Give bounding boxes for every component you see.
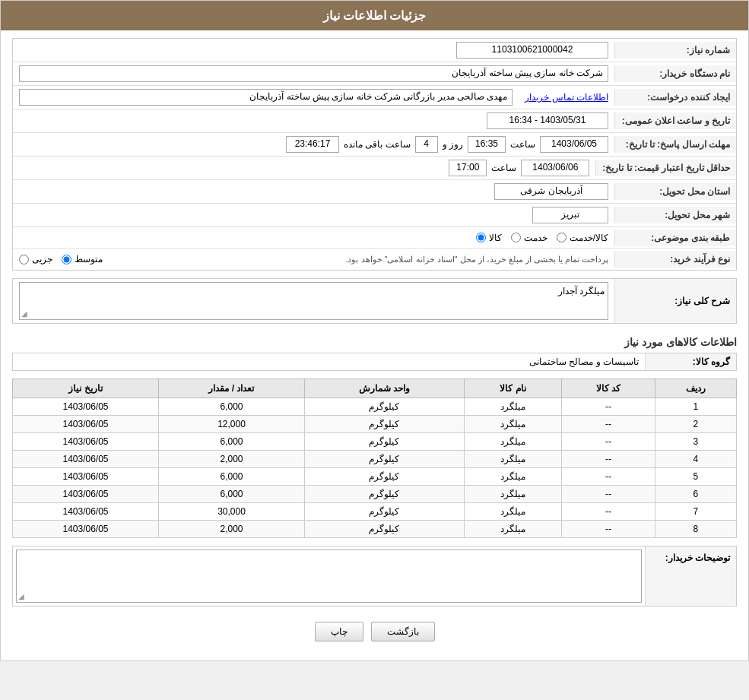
announce-date-label: تاریخ و ساعت اعلان عمومی: [614,112,736,129]
reply-deadline-label: مهلت ارسال پاسخ: تا تاریخ: [614,136,736,153]
table-row: 3 -- میلگرد کیلوگرم 6,000 1403/06/05 [13,433,737,451]
general-description-row: شرح کلی نیاز: میلگرد آجدار ◢ [13,279,736,323]
cell-unit: کیلوگرم [304,433,464,451]
process-radio-group: متوسط جزیی [19,254,103,264]
cell-name: میلگرد [465,451,562,468]
cell-code: -- [561,398,655,416]
cell-date: 1403/06/05 [13,468,159,486]
city-row: شهر محل تحویل: تبریز [13,204,736,227]
province-row: استان محل تحویل: آذربایجان شرقی [13,180,736,204]
cell-name: میلگرد [465,416,562,433]
process-jozi-radio[interactable] [19,255,29,264]
print-button[interactable]: چاپ [315,622,363,641]
cell-code: -- [561,486,655,503]
announce-date-row: تاریخ و ساعت اعلان عمومی: 1403/05/31 - 1… [13,109,736,133]
table-row: 2 -- میلگرد کیلوگرم 12,000 1403/06/05 [13,416,737,433]
cell-name: میلگرد [465,503,562,521]
goods-title: اطلاعات کالاهای مورد نیاز [12,331,737,353]
cell-row: 2 [655,416,736,433]
need-number-input: 1103100621000042 [456,42,608,59]
cell-qty: 2,000 [159,521,305,538]
cell-name: میلگرد [465,398,562,416]
process-option-motavaset[interactable]: متوسط [62,254,103,264]
process-motavaset-radio[interactable] [62,255,71,264]
buyer-notes-section: توضیحات خریدار: ◢ [12,546,737,607]
buyer-org-value: شرکت خانه سازی پیش ساخته آذربایجان [13,62,614,85]
table-row: 4 -- میلگرد کیلوگرم 2,000 1403/06/05 [13,451,737,468]
contact-link[interactable]: اطلاعات تماس خریدار [525,92,608,103]
category-radio-group: کالا/خدمت خدمت کالا [19,233,608,243]
requester-label: ایجاد کننده درخواست: [614,89,736,106]
reply-deadline-value: 1403/06/05 ساعت 16:35 روز و 4 ساعت باقی … [13,133,614,156]
reply-deadline-remaining-label: ساعت باقی مانده [344,139,411,150]
cell-unit: کیلوگرم [304,503,464,521]
cell-date: 1403/06/05 [13,503,159,521]
buyer-notes-textarea[interactable]: ◢ [16,550,642,603]
category-kala-radio[interactable] [476,233,486,242]
category-kala-label: کالا [489,233,502,243]
need-number-row: شماره نیاز: 1103100621000042 [13,39,736,62]
group-label: گروه کالا: [645,353,736,370]
category-option-khedmat[interactable]: خدمت [511,233,547,243]
goods-table: ردیف کد کالا نام کالا واحد شمارش تعداد /… [12,379,737,538]
table-row: 8 -- میلگرد کیلوگرم 2,000 1403/06/05 [13,521,737,538]
page-header: جزئیات اطلاعات نیاز [1,1,748,30]
reply-deadline-time-label: ساعت [510,139,535,150]
description-label: شرح کلی نیاز: [614,279,736,323]
category-kala-khedmat-label: کالا/خدمت [570,233,608,243]
col-header-date: تاریخ نیاز [13,379,159,398]
category-option-kala-khedmat[interactable]: کالا/خدمت [557,233,608,243]
price-validity-value: 1403/06/06 ساعت 17:00 [13,157,595,179]
process-label: نوع فرآیند خرید: [614,251,736,268]
reply-deadline-days-input: 4 [415,136,438,153]
cell-name: میلگرد [465,521,562,538]
cell-name: میلگرد [465,468,562,486]
cell-unit: کیلوگرم [304,468,464,486]
category-khedmat-radio[interactable] [511,233,521,242]
buyer-org-label: نام دستگاه خریدار: [614,65,736,82]
process-option-jozi[interactable]: جزیی [19,254,52,264]
category-khedmat-label: خدمت [524,233,547,243]
category-option-kala[interactable]: کالا [476,233,502,243]
cell-date: 1403/06/05 [13,486,159,503]
price-validity-row: حداقل تاریخ اعتبار قیمت: تا تاریخ: 1403/… [13,157,736,180]
general-description-section: شرح کلی نیاز: میلگرد آجدار ◢ [12,278,737,324]
cell-row: 6 [655,486,736,503]
requester-row: ایجاد کننده درخواست: اطلاعات تماس خریدار… [13,86,736,109]
reply-deadline-date-input: 1403/06/05 [540,136,608,153]
process-jozi-label: جزیی [32,254,52,264]
cell-qty: 6,000 [159,468,305,486]
group-row: گروه کالا: تاسیسات و مصالح ساختمانی [12,353,737,371]
cell-unit: کیلوگرم [304,486,464,503]
buyer-org-input: شرکت خانه سازی پیش ساخته آذربایجان [19,65,608,82]
cell-name: میلگرد [465,433,562,451]
buyer-notes-label: توضیحات خریدار: [645,546,736,606]
back-button[interactable]: بازگشت [371,622,435,641]
buyer-notes-value: ◢ [13,546,645,606]
reply-deadline-row: مهلت ارسال پاسخ: تا تاریخ: 1403/06/05 سا… [13,133,736,157]
cell-date: 1403/06/05 [13,416,159,433]
cell-code: -- [561,503,655,521]
table-header-row: ردیف کد کالا نام کالا واحد شمارش تعداد /… [13,379,737,398]
cell-unit: کیلوگرم [304,521,464,538]
category-row: طبقه بندی موضوعی: کالا/خدمت خدمت کالا [13,227,736,249]
process-row: نوع فرآیند خرید: پرداخت تمام یا بخشی از … [13,249,736,270]
description-textarea[interactable]: میلگرد آجدار ◢ [19,282,608,320]
cell-name: میلگرد [465,486,562,503]
content: شماره نیاز: 1103100621000042 نام دستگاه … [1,30,748,660]
city-value: تبریز [13,204,614,226]
group-value: تاسیسات و مصالح ساختمانی [13,353,645,370]
cell-qty: 2,000 [159,451,305,468]
province-input: آذربایجان شرقی [494,183,608,200]
price-validity-time-input: 17:00 [449,160,487,176]
cell-qty: 6,000 [159,433,305,451]
cell-row: 5 [655,468,736,486]
cell-code: -- [561,451,655,468]
cell-row: 3 [655,433,736,451]
cell-unit: کیلوگرم [304,398,464,416]
category-kala-khedmat-radio[interactable] [557,233,567,242]
col-header-code: کد کالا [561,379,655,398]
need-number-value: 1103100621000042 [13,39,614,62]
cell-code: -- [561,468,655,486]
buttons-row: بازگشت چاپ [12,614,737,653]
